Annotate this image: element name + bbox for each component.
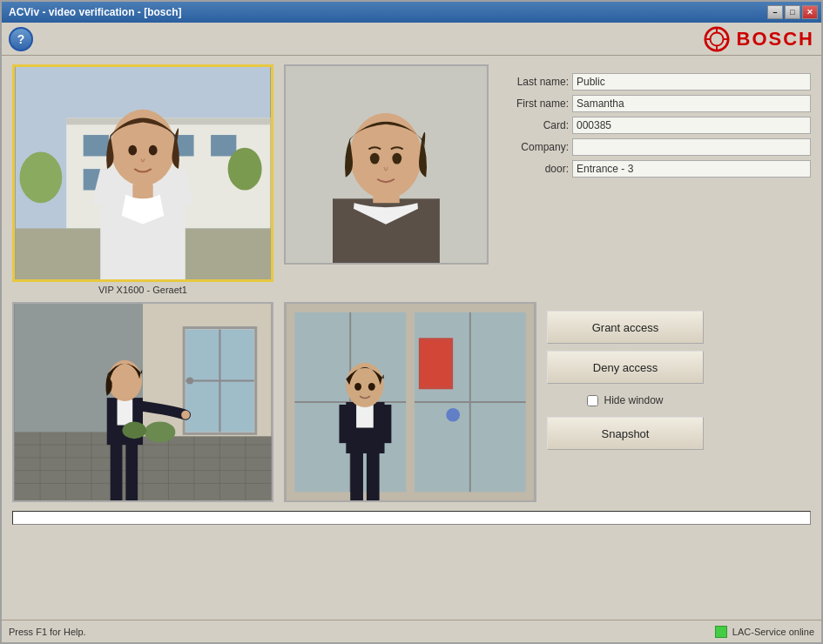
- hide-window-label: Hide window: [604, 394, 663, 406]
- first-name-label: First name:: [499, 97, 569, 110]
- svg-point-16: [228, 148, 262, 191]
- last-name-input[interactable]: [572, 73, 811, 91]
- bosch-brand-text: BOSCH: [737, 28, 814, 50]
- status-bar: Press F1 for Help. LAC-Service online: [2, 620, 821, 642]
- close-button[interactable]: ✕: [802, 5, 818, 19]
- svg-point-55: [108, 360, 142, 401]
- svg-rect-12: [211, 135, 236, 156]
- inner-progress-bar: [12, 511, 811, 525]
- door-row: door:: [499, 160, 811, 178]
- camera1-label: VIP X1600 - Geraet1: [12, 285, 273, 295]
- svg-point-56: [145, 422, 175, 443]
- bottom-section: Grant access Deny access Hide window Sna…: [12, 302, 811, 502]
- svg-rect-8: [66, 118, 270, 125]
- svg-rect-50: [111, 440, 123, 500]
- first-name-row: First name:: [499, 95, 811, 112]
- svg-point-68: [446, 408, 460, 422]
- svg-rect-72: [356, 404, 374, 428]
- deny-access-button[interactable]: Deny access: [547, 351, 704, 384]
- company-row: Company:: [499, 138, 811, 156]
- window-controls: – □ ✕: [767, 5, 818, 19]
- status-right: LAC-Service online: [715, 626, 814, 638]
- camera2-video: [12, 302, 273, 502]
- company-input[interactable]: [572, 138, 811, 156]
- main-content: VIP X1600 - Geraet1: [2, 56, 821, 620]
- svg-rect-51: [125, 440, 138, 500]
- bosch-logo: BOSCH: [704, 26, 814, 52]
- camera2-image: [14, 304, 272, 500]
- svg-point-76: [354, 383, 361, 391]
- toolbar: ? BOSCH: [2, 23, 821, 56]
- last-name-row: Last name:: [499, 73, 811, 91]
- svg-point-27: [370, 153, 380, 164]
- svg-rect-53: [118, 399, 133, 425]
- id-photo-image: [286, 66, 487, 263]
- svg-point-54: [181, 411, 190, 419]
- form-panel: Last name: First name: Card: Company: do…: [499, 64, 811, 178]
- top-section: VIP X1600 - Geraet1: [12, 64, 811, 295]
- last-name-label: Last name:: [499, 76, 569, 88]
- svg-rect-9: [84, 135, 109, 156]
- svg-point-20: [128, 145, 137, 156]
- svg-point-26: [350, 113, 422, 198]
- svg-point-21: [149, 145, 158, 156]
- svg-point-57: [122, 422, 146, 439]
- action-panel: Grant access Deny access Hide window Sna…: [547, 302, 704, 450]
- help-text: Press F1 for Help.: [9, 627, 86, 637]
- company-label: Company:: [499, 141, 569, 153]
- snapshot-button[interactable]: Snapshot: [547, 417, 704, 450]
- maximize-button[interactable]: □: [785, 5, 800, 19]
- svg-point-28: [392, 153, 401, 164]
- door-input[interactable]: [572, 160, 811, 178]
- first-name-input[interactable]: [572, 95, 811, 112]
- help-button[interactable]: ?: [9, 27, 33, 51]
- grant-access-button[interactable]: Grant access: [547, 311, 704, 344]
- svg-rect-74: [383, 405, 392, 443]
- svg-rect-67: [422, 340, 450, 386]
- camera1-panel: VIP X1600 - Geraet1: [12, 64, 273, 295]
- service-indicator: [715, 626, 727, 638]
- card-input[interactable]: [572, 117, 811, 134]
- card-label: Card:: [499, 119, 569, 131]
- main-window: ACViv - video verification - [bosch] – □…: [0, 0, 823, 644]
- id-photo: [284, 64, 489, 265]
- svg-rect-69: [350, 449, 363, 500]
- camera1-image: [15, 67, 271, 279]
- window-title: ACViv - video verification - [bosch]: [5, 6, 181, 18]
- door-label: door:: [499, 163, 569, 175]
- camera1-video: [12, 64, 273, 282]
- hide-window-checkbox[interactable]: [587, 395, 598, 406]
- svg-point-1: [710, 32, 723, 45]
- minimize-button[interactable]: –: [767, 5, 783, 19]
- svg-point-15: [19, 152, 62, 204]
- svg-point-49: [186, 378, 193, 385]
- id-photo-panel: [284, 64, 489, 265]
- card-row: Card:: [499, 117, 811, 134]
- svg-rect-73: [339, 405, 347, 443]
- hide-window-row: Hide window: [587, 391, 663, 410]
- service-status-text: LAC-Service online: [732, 627, 814, 637]
- camera3-image: [286, 304, 535, 500]
- camera3-video: [284, 302, 536, 502]
- svg-point-75: [346, 363, 383, 407]
- title-bar: ACViv - video verification - [bosch] – □…: [2, 2, 821, 23]
- svg-point-77: [368, 383, 375, 391]
- svg-rect-70: [367, 449, 380, 500]
- bosch-ring-icon: [704, 26, 730, 52]
